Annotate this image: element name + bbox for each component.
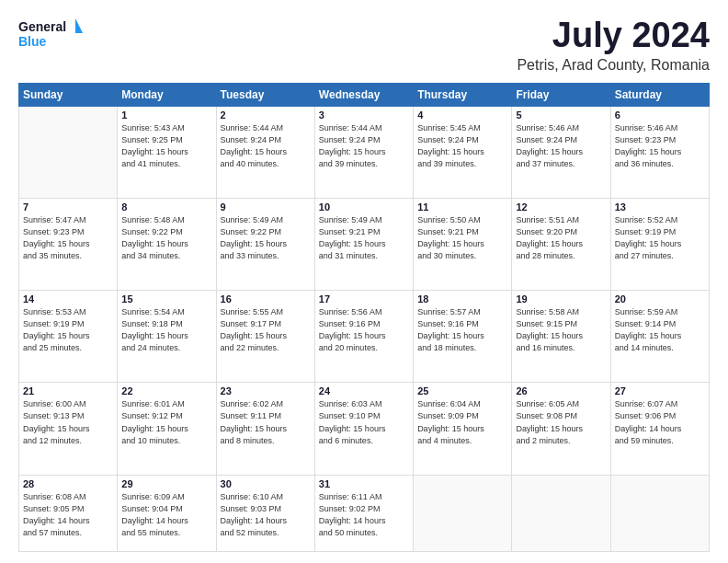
calendar-cell: 10Sunrise: 5:49 AMSunset: 9:21 PMDayligh… — [314, 199, 413, 291]
day-info: Sunrise: 6:04 AMSunset: 9:09 PMDaylight:… — [417, 398, 507, 446]
svg-text:Blue: Blue — [18, 34, 47, 49]
calendar-cell: 5Sunrise: 5:46 AMSunset: 9:24 PMDaylight… — [512, 106, 610, 198]
calendar-cell: 31Sunrise: 6:11 AMSunset: 9:02 PMDayligh… — [314, 475, 413, 551]
day-info: Sunrise: 5:51 AMSunset: 9:20 PMDaylight:… — [516, 214, 606, 262]
day-info: Sunrise: 5:50 AMSunset: 9:21 PMDaylight:… — [417, 214, 507, 262]
day-info: Sunrise: 6:02 AMSunset: 9:11 PMDaylight:… — [221, 398, 311, 446]
svg-text:General: General — [18, 19, 66, 34]
day-info: Sunrise: 6:10 AMSunset: 9:03 PMDaylight:… — [221, 491, 311, 539]
calendar-header-sunday: Sunday — [19, 83, 118, 106]
calendar-cell: 22Sunrise: 6:01 AMSunset: 9:12 PMDayligh… — [118, 383, 216, 475]
day-number: 10 — [319, 201, 409, 213]
header: General Blue July 2024 Petris, Arad Coun… — [18, 17, 710, 74]
calendar-cell: 11Sunrise: 5:50 AMSunset: 9:21 PMDayligh… — [414, 199, 512, 291]
day-info: Sunrise: 5:44 AMSunset: 9:24 PMDaylight:… — [221, 122, 311, 170]
day-info: Sunrise: 5:59 AMSunset: 9:14 PMDaylight:… — [615, 306, 705, 354]
calendar-cell: 30Sunrise: 6:10 AMSunset: 9:03 PMDayligh… — [216, 475, 314, 551]
calendar-cell: 29Sunrise: 6:09 AMSunset: 9:04 PMDayligh… — [118, 475, 216, 551]
day-number: 14 — [23, 293, 113, 304]
day-info: Sunrise: 5:43 AMSunset: 9:25 PMDaylight:… — [121, 122, 211, 170]
day-info: Sunrise: 5:54 AMSunset: 9:18 PMDaylight:… — [121, 306, 211, 354]
calendar-cell: 16Sunrise: 5:55 AMSunset: 9:17 PMDayligh… — [216, 291, 314, 383]
calendar-cell — [19, 106, 118, 198]
calendar-header-saturday: Saturday — [610, 83, 709, 106]
day-number: 24 — [319, 385, 409, 396]
calendar-week-1: 7Sunrise: 5:47 AMSunset: 9:23 PMDaylight… — [19, 199, 710, 291]
svg-marker-2 — [75, 18, 83, 33]
calendar-cell: 28Sunrise: 6:08 AMSunset: 9:05 PMDayligh… — [19, 475, 118, 551]
page: General Blue July 2024 Petris, Arad Coun… — [0, 0, 728, 563]
day-info: Sunrise: 6:09 AMSunset: 9:04 PMDaylight:… — [121, 491, 211, 539]
calendar-cell: 2Sunrise: 5:44 AMSunset: 9:24 PMDaylight… — [216, 106, 314, 198]
day-number: 16 — [221, 293, 311, 304]
day-info: Sunrise: 6:05 AMSunset: 9:08 PMDaylight:… — [516, 398, 606, 446]
day-info: Sunrise: 5:58 AMSunset: 9:15 PMDaylight:… — [516, 306, 606, 354]
day-number: 29 — [121, 478, 211, 489]
calendar-week-2: 14Sunrise: 5:53 AMSunset: 9:19 PMDayligh… — [19, 291, 710, 383]
calendar-cell: 6Sunrise: 5:46 AMSunset: 9:23 PMDaylight… — [610, 106, 709, 198]
calendar-cell: 12Sunrise: 5:51 AMSunset: 9:20 PMDayligh… — [512, 199, 610, 291]
day-number: 30 — [221, 478, 311, 489]
day-info: Sunrise: 5:46 AMSunset: 9:24 PMDaylight:… — [516, 122, 606, 170]
day-number: 5 — [516, 109, 606, 121]
calendar-cell — [610, 475, 709, 551]
day-info: Sunrise: 5:55 AMSunset: 9:17 PMDaylight:… — [221, 306, 311, 354]
day-number: 18 — [417, 293, 507, 304]
logo-svg: General Blue — [18, 17, 83, 52]
day-number: 28 — [23, 478, 113, 489]
calendar-header-tuesday: Tuesday — [216, 83, 314, 106]
calendar-cell: 18Sunrise: 5:57 AMSunset: 9:16 PMDayligh… — [414, 291, 512, 383]
calendar-header-thursday: Thursday — [414, 83, 512, 106]
calendar-cell: 3Sunrise: 5:44 AMSunset: 9:24 PMDaylight… — [314, 106, 413, 198]
day-number: 2 — [221, 109, 311, 121]
day-info: Sunrise: 5:46 AMSunset: 9:23 PMDaylight:… — [615, 122, 705, 170]
subtitle: Petris, Arad County, Romania — [517, 57, 710, 74]
calendar-cell: 20Sunrise: 5:59 AMSunset: 9:14 PMDayligh… — [610, 291, 709, 383]
day-number: 26 — [516, 385, 606, 396]
calendar-cell: 19Sunrise: 5:58 AMSunset: 9:15 PMDayligh… — [512, 291, 610, 383]
calendar-week-4: 28Sunrise: 6:08 AMSunset: 9:05 PMDayligh… — [19, 475, 710, 551]
calendar-header-friday: Friday — [512, 83, 610, 106]
day-info: Sunrise: 5:45 AMSunset: 9:24 PMDaylight:… — [417, 122, 507, 170]
day-number: 7 — [23, 201, 113, 213]
title-block: July 2024 Petris, Arad County, Romania — [517, 17, 710, 74]
day-info: Sunrise: 6:08 AMSunset: 9:05 PMDaylight:… — [23, 491, 113, 539]
day-info: Sunrise: 6:01 AMSunset: 9:12 PMDaylight:… — [121, 398, 211, 446]
calendar-cell — [512, 475, 610, 551]
calendar-cell: 13Sunrise: 5:52 AMSunset: 9:19 PMDayligh… — [610, 199, 709, 291]
day-info: Sunrise: 5:44 AMSunset: 9:24 PMDaylight:… — [319, 122, 409, 170]
day-number: 11 — [417, 201, 507, 213]
day-info: Sunrise: 5:49 AMSunset: 9:22 PMDaylight:… — [221, 214, 311, 262]
day-number: 3 — [319, 109, 409, 121]
day-number: 6 — [615, 109, 705, 121]
calendar-cell: 9Sunrise: 5:49 AMSunset: 9:22 PMDaylight… — [216, 199, 314, 291]
calendar-cell: 26Sunrise: 6:05 AMSunset: 9:08 PMDayligh… — [512, 383, 610, 475]
calendar-header-wednesday: Wednesday — [314, 83, 413, 106]
calendar-cell — [414, 475, 512, 551]
calendar-header-monday: Monday — [118, 83, 216, 106]
day-info: Sunrise: 5:57 AMSunset: 9:16 PMDaylight:… — [417, 306, 507, 354]
calendar-cell: 21Sunrise: 6:00 AMSunset: 9:13 PMDayligh… — [19, 383, 118, 475]
day-number: 8 — [121, 201, 211, 213]
calendar-cell: 27Sunrise: 6:07 AMSunset: 9:06 PMDayligh… — [610, 383, 709, 475]
day-number: 12 — [516, 201, 606, 213]
calendar-cell: 4Sunrise: 5:45 AMSunset: 9:24 PMDaylight… — [414, 106, 512, 198]
day-number: 4 — [417, 109, 507, 121]
day-number: 1 — [121, 109, 211, 121]
day-number: 21 — [23, 385, 113, 396]
day-info: Sunrise: 6:11 AMSunset: 9:02 PMDaylight:… — [319, 491, 409, 539]
calendar-cell: 24Sunrise: 6:03 AMSunset: 9:10 PMDayligh… — [314, 383, 413, 475]
day-number: 17 — [319, 293, 409, 304]
calendar-cell: 25Sunrise: 6:04 AMSunset: 9:09 PMDayligh… — [414, 383, 512, 475]
day-number: 13 — [615, 201, 705, 213]
day-info: Sunrise: 5:48 AMSunset: 9:22 PMDaylight:… — [121, 214, 211, 262]
day-number: 23 — [221, 385, 311, 396]
calendar-header-row: SundayMondayTuesdayWednesdayThursdayFrid… — [19, 83, 710, 106]
day-number: 25 — [417, 385, 507, 396]
calendar-cell: 23Sunrise: 6:02 AMSunset: 9:11 PMDayligh… — [216, 383, 314, 475]
day-number: 19 — [516, 293, 606, 304]
calendar-week-3: 21Sunrise: 6:00 AMSunset: 9:13 PMDayligh… — [19, 383, 710, 475]
calendar-cell: 14Sunrise: 5:53 AMSunset: 9:19 PMDayligh… — [19, 291, 118, 383]
day-info: Sunrise: 6:07 AMSunset: 9:06 PMDaylight:… — [615, 398, 705, 446]
day-number: 20 — [615, 293, 705, 304]
